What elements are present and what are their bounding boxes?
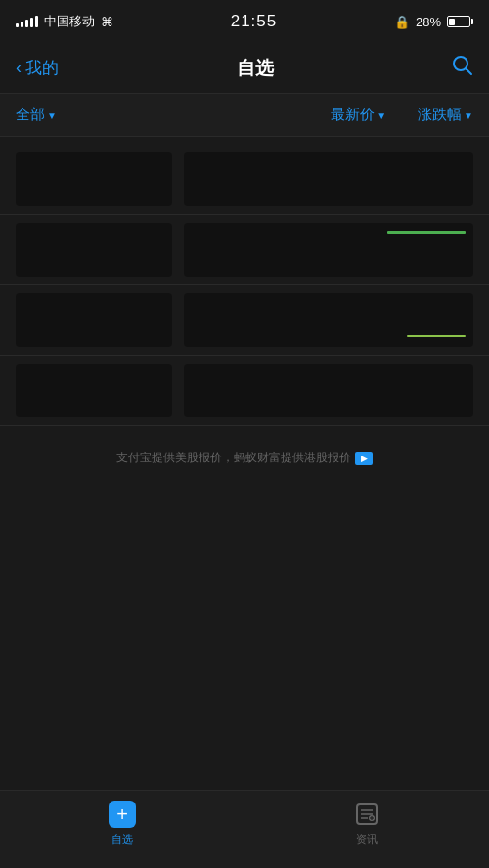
- green-line-indicator: [387, 231, 466, 234]
- filter-all[interactable]: 全部 ▼: [16, 106, 57, 124]
- battery-icon: [447, 16, 473, 27]
- main-content: 支付宝提供美股报价，蚂蚁财富提供港股报价 ▶: [0, 137, 489, 790]
- tab-zixun-label: 资讯: [356, 832, 378, 846]
- filter-change-label: 涨跌幅: [418, 106, 462, 124]
- page-title: 自选: [237, 56, 274, 81]
- clock: 21:55: [231, 12, 278, 31]
- tab-zixuan-label: 自选: [111, 832, 133, 846]
- back-chevron-icon: ‹: [16, 58, 22, 78]
- olive-line-indicator: [407, 335, 466, 337]
- footer-icon-symbol: ▶: [361, 454, 368, 463]
- stock-left-panel: [16, 223, 172, 277]
- stock-right-panel: [184, 223, 473, 277]
- stock-list: [0, 137, 489, 434]
- back-button[interactable]: ‹ 我的: [16, 57, 59, 79]
- stock-chart: [184, 364, 473, 417]
- tab-zixun-icon: [353, 801, 380, 828]
- filter-change-arrow-icon: ▼: [464, 110, 473, 121]
- stock-right-panel: [184, 364, 473, 417]
- signal-icon: [16, 16, 38, 27]
- stock-right-panel: [184, 293, 473, 347]
- filter-row: 全部 ▼ 最新价 ▼ 涨跌幅 ▼: [0, 94, 489, 137]
- status-bar: 中国移动 ⌘ 21:55 🔒 28%: [0, 0, 489, 43]
- tab-zixuan[interactable]: + 自选: [0, 801, 244, 846]
- svg-line-1: [467, 69, 472, 75]
- filter-all-label: 全部: [16, 106, 45, 124]
- list-item[interactable]: [0, 356, 489, 426]
- carrier-label: 中国移动: [44, 13, 95, 30]
- stock-left-panel: [16, 152, 172, 206]
- filter-price-label: 最新价: [331, 106, 375, 124]
- tab-zixuan-icon: +: [109, 801, 136, 828]
- stock-chart: [184, 152, 473, 206]
- filter-price[interactable]: 最新价 ▼: [331, 106, 386, 124]
- tab-zixun[interactable]: 资讯: [244, 801, 489, 846]
- stock-left-panel: [16, 293, 172, 347]
- status-right: 🔒 28%: [394, 15, 473, 29]
- stock-chart: [184, 293, 473, 347]
- stock-chart: [184, 223, 473, 277]
- filter-change[interactable]: 涨跌幅 ▼: [418, 106, 473, 124]
- tab-bar: + 自选 资讯: [0, 790, 489, 868]
- search-button[interactable]: [452, 55, 473, 81]
- battery-percent: 28%: [416, 15, 441, 29]
- lock-icon: 🔒: [394, 15, 410, 29]
- back-label: 我的: [25, 57, 59, 79]
- footer-note-icon: ▶: [355, 452, 373, 465]
- plus-icon: +: [109, 801, 136, 828]
- stock-left-panel: [16, 364, 172, 417]
- list-item[interactable]: [0, 145, 489, 215]
- status-left: 中国移动 ⌘: [16, 13, 113, 30]
- nav-bar: ‹ 我的 自选: [0, 43, 489, 94]
- footer-note-text: 支付宝提供美股报价，蚂蚁财富提供港股报价: [116, 450, 351, 466]
- footer-note: 支付宝提供美股报价，蚂蚁财富提供港股报价 ▶: [0, 434, 489, 482]
- filter-all-arrow-icon: ▼: [47, 110, 57, 121]
- wifi-icon: ⌘: [101, 15, 113, 29]
- list-item[interactable]: [0, 215, 489, 285]
- list-item[interactable]: [0, 285, 489, 356]
- filter-price-arrow-icon: ▼: [377, 110, 386, 121]
- stock-right-panel: [184, 152, 473, 206]
